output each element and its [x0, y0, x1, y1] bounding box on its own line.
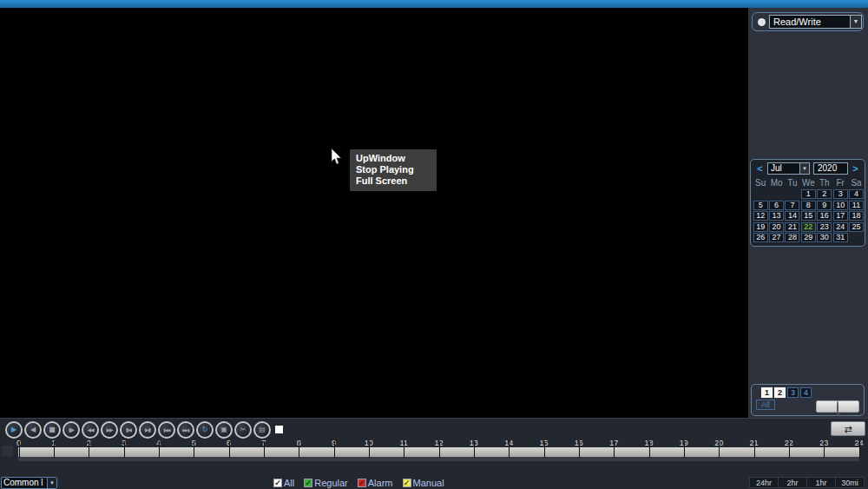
timeline-tick	[544, 441, 545, 458]
calendar-day-cell[interactable]: 27	[769, 233, 784, 242]
calendar-day-cell[interactable]: 11	[849, 201, 864, 210]
timeline-tick	[159, 441, 160, 458]
previous-file-button[interactable]: ▮◀◀	[158, 421, 175, 439]
context-menu-item[interactable]: Stop Playing	[350, 164, 437, 175]
range-button-24hr[interactable]: 24hr	[749, 477, 779, 488]
calendar-day-cell[interactable]: 19	[753, 222, 768, 232]
record-type-filters: ✓All✓Regular✓Alarm✓Manual	[273, 477, 444, 489]
calendar-day-cell[interactable]: 15	[801, 211, 816, 221]
range-button-1hr[interactable]: 1hr	[806, 477, 836, 488]
checkbox-icon[interactable]: ✓	[403, 479, 411, 487]
calendar-day-cell[interactable]: 16	[817, 211, 832, 221]
rewind-button[interactable]: ◀◀	[82, 421, 99, 439]
calendar-day-cell[interactable]: 2	[817, 189, 832, 199]
calendar-day-cell[interactable]: 30	[817, 233, 832, 242]
play-button[interactable]: ▶	[5, 421, 23, 439]
calendar-day-cell[interactable]: 6	[769, 201, 784, 210]
calendar-day-cell[interactable]: 5	[753, 201, 768, 210]
checkbox-icon[interactable]: ✓	[304, 479, 312, 487]
chevron-down-icon[interactable]: ▼	[850, 16, 861, 28]
calendar-day-cell[interactable]: 26	[753, 233, 768, 242]
timeline-tick	[19, 441, 20, 458]
timeline-tick	[229, 441, 230, 458]
calendar-day-cell[interactable]: 12	[753, 211, 768, 221]
channel-button-2[interactable]: 2	[774, 387, 786, 398]
timeline-tick	[684, 441, 685, 458]
calendar-day-cell[interactable]: 1	[801, 189, 816, 199]
calendar-weekday-label: Tu	[785, 178, 800, 188]
checkbox-icon[interactable]: ✓	[358, 479, 366, 487]
playback-mode-select[interactable]: Common l ▼	[1, 477, 57, 489]
record-mode-panel: Read/Write ▼	[752, 12, 864, 31]
previous-file-icon: ▮◀◀	[163, 428, 169, 433]
filter-alarm[interactable]: ✓Alarm	[358, 478, 393, 488]
calendar-prev-month-button[interactable]: <	[754, 163, 766, 175]
clip-button[interactable]: ✂	[234, 421, 252, 439]
calendar-day-cell[interactable]: 3	[833, 189, 848, 199]
next-frame-button[interactable]: ▶▮	[139, 421, 156, 439]
channel-panel: 1234 All	[751, 384, 865, 416]
display-mode-button[interactable]: ▣	[215, 421, 233, 439]
filter-regular[interactable]: ✓Regular	[304, 478, 348, 488]
calendar-next-month-button[interactable]: >	[850, 163, 861, 175]
timeline-tick	[334, 441, 335, 458]
context-menu: UpWindowStop PlayingFull Screen	[350, 149, 437, 191]
fast-forward-button[interactable]: ▶▶	[101, 421, 118, 439]
record-mode-select[interactable]: Read/Write ▼	[769, 15, 862, 29]
video-playback-area[interactable]: UpWindowStop PlayingFull Screen	[0, 8, 748, 418]
window-icon: ▣	[220, 426, 227, 433]
calendar-day-cell[interactable]: 9	[817, 201, 832, 210]
filter-all[interactable]: ✓All	[273, 478, 294, 488]
timeline-tick	[89, 441, 89, 458]
calendar-day-cell[interactable]: 10	[833, 201, 848, 210]
channel-button-1[interactable]: 1	[761, 387, 773, 398]
record-mode-value: Read/Write	[773, 17, 821, 27]
filter-manual[interactable]: ✓Manual	[403, 478, 444, 488]
calendar-day-cell[interactable]: 7	[785, 201, 799, 210]
slow-play-button[interactable]: ▮▶	[62, 421, 80, 439]
backup-button[interactable]: ▤	[253, 421, 271, 439]
calendar-day-cell[interactable]: 28	[785, 233, 799, 242]
calendar-day-cell[interactable]: 8	[801, 201, 816, 210]
calendar-year-input[interactable]: 2020	[813, 162, 848, 175]
swap-arrows-icon: ⇄	[844, 424, 852, 434]
calendar-day-cell[interactable]: 23	[817, 222, 832, 232]
search-button[interactable]	[816, 400, 859, 413]
bottom-control-bar: ▶◀■▮▶◀◀▶▶▮◀▶▮▮◀◀▶▶▮↻▣✂▤ ⇄ 01234567891011…	[0, 418, 868, 489]
timeline-tick	[789, 441, 790, 458]
reverse-play-button[interactable]: ◀	[24, 421, 42, 439]
range-button-2hr[interactable]: 2hr	[778, 477, 807, 488]
calendar-day-cell[interactable]: 4	[849, 189, 864, 199]
channel-button-4[interactable]: 4	[800, 387, 812, 398]
next-file-button[interactable]: ▶▶▮	[177, 421, 194, 439]
next-frame-icon: ▶▮	[145, 427, 150, 433]
calendar-day-cell[interactable]: 29	[801, 233, 816, 242]
stop-button[interactable]: ■	[43, 421, 61, 439]
calendar-day-cell[interactable]: 24	[833, 222, 848, 232]
right-sidebar: Read/Write ▼ < Jul ▼ 2020 > SuMoTuWeThFr…	[748, 8, 868, 418]
calendar-day-cell[interactable]: 14	[785, 211, 799, 221]
calendar-day-cell[interactable]: 13	[769, 211, 784, 221]
timeline-tick	[124, 441, 125, 458]
context-menu-item[interactable]: Full Screen	[350, 175, 437, 187]
calendar-day-cell[interactable]: 31	[833, 233, 848, 242]
calendar-day-cell[interactable]: 17	[833, 211, 848, 221]
chevron-down-icon[interactable]: ▼	[47, 478, 56, 488]
channel-button-3[interactable]: 3	[787, 387, 799, 398]
calendar-day-cell[interactable]: 22	[801, 222, 816, 232]
chevron-down-icon[interactable]: ▼	[799, 163, 809, 174]
calendar-month-select[interactable]: Jul ▼	[767, 162, 810, 175]
checkbox-icon[interactable]: ✓	[273, 479, 282, 487]
calendar-day-cell[interactable]: 25	[849, 222, 864, 232]
timeline-tick	[719, 441, 720, 458]
calendar-day-cell[interactable]: 21	[785, 222, 799, 232]
calendar-weekday-label: Sa	[848, 178, 864, 188]
calendar-day-cell[interactable]: 18	[849, 211, 864, 221]
all-channels-button[interactable]: All	[756, 400, 775, 410]
previous-frame-button[interactable]: ▮◀	[120, 421, 137, 439]
context-menu-item[interactable]: UpWindow	[350, 153, 437, 164]
calendar-day-cell[interactable]: 20	[769, 222, 784, 232]
range-button-30mi[interactable]: 30mi	[835, 477, 865, 488]
loop-playback-button[interactable]: ↻	[196, 421, 214, 439]
channel-switch-button[interactable]: ⇄	[831, 421, 865, 436]
